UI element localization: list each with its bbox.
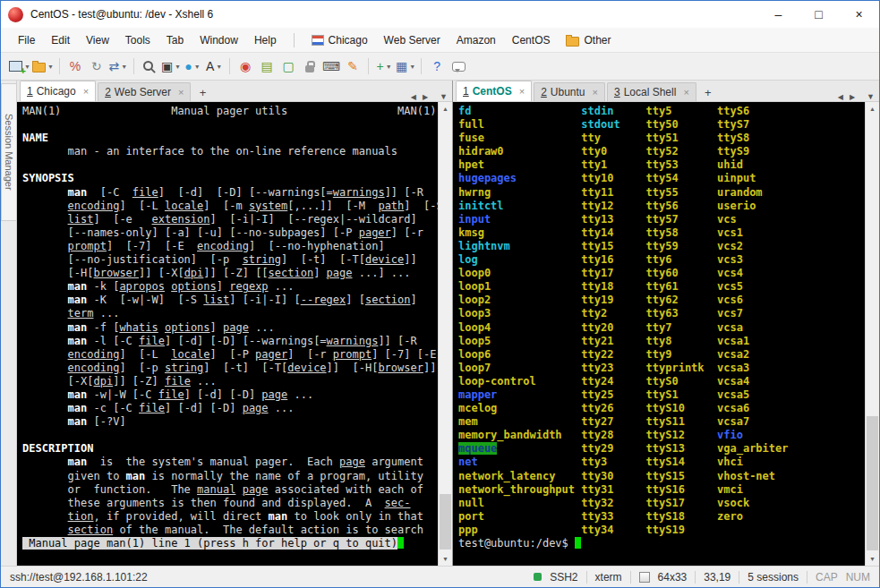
menu-window[interactable]: Window: [192, 30, 246, 51]
tab-number: 1: [463, 85, 469, 98]
maximize-button[interactable]: □: [799, 1, 839, 28]
quick-link-centos[interactable]: CentOS: [504, 30, 559, 50]
pager-status-text: Manual page man(1) line 1 (press h for h…: [22, 537, 397, 550]
menu-edit[interactable]: Edit: [43, 30, 78, 51]
zmodem-button[interactable]: ▤: [257, 55, 277, 77]
web-button[interactable]: ●▼: [183, 55, 202, 77]
left-tabbar: 1Chicago×2Web Server× + ◀ ▶ ▼: [17, 81, 452, 102]
compose-button[interactable]: ✎: [343, 55, 363, 77]
new-session-button[interactable]: ▼: [9, 55, 30, 77]
left-scrollbar[interactable]: ▲ ▼: [438, 102, 452, 566]
menu-help[interactable]: Help: [246, 30, 285, 51]
terminal-line: [--names-only] [-a] [-u] [--no-subpages]…: [22, 226, 438, 240]
minimize-button[interactable]: –: [758, 1, 799, 28]
tab-list-dropdown-icon[interactable]: ▼: [867, 92, 875, 101]
menu-tab[interactable]: Tab: [158, 30, 192, 51]
quick-link-amazon[interactable]: Amazon: [449, 30, 504, 50]
terminal-line: hugepages tty10 tty54 uinput: [458, 172, 865, 185]
terminal-line: network_latency tty30 ttyS15 vhost-net: [458, 470, 865, 483]
tab-scroll-right-icon[interactable]: ▶: [850, 93, 855, 101]
terminal-line: MAN(1) Manual pager utils MAN(1): [22, 105, 438, 118]
menu-file[interactable]: File: [10, 30, 43, 51]
titlebar: CentOS - test@ubuntu: /dev - Xshell 6 – …: [1, 1, 879, 28]
right-scroll-track[interactable]: [866, 115, 879, 552]
cursor-position-label: 33,19: [704, 571, 730, 584]
message-button[interactable]: [449, 55, 468, 77]
menu-view[interactable]: View: [78, 30, 117, 51]
terminal-line: hidraw0 tty0 tty52 ttyS9: [458, 145, 865, 158]
disconnect-button[interactable]: %: [65, 55, 85, 77]
left-scroll-track[interactable]: [439, 115, 452, 552]
tab-close-icon[interactable]: ×: [83, 87, 89, 97]
left-terminal[interactable]: MAN(1) Manual pager utils MAN(1) NAME ma…: [17, 102, 438, 566]
terminal-line: man is the system's manual pager. Each p…: [22, 456, 438, 469]
tab-right-centos[interactable]: 1CentOS×: [456, 81, 532, 101]
tab-scroll-left-icon[interactable]: ◀: [838, 93, 843, 101]
scroll-up-icon[interactable]: ▲: [439, 102, 452, 115]
open-session-button[interactable]: ▼: [32, 55, 54, 77]
new-file-button[interactable]: +▼: [374, 55, 394, 77]
terminal-line: kmsg tty14 tty58 vcs1: [458, 226, 865, 240]
right-scrollbar[interactable]: ▲ ▼: [865, 102, 879, 566]
pager-status-line: Manual page man(1) line 1 (press h for h…: [22, 537, 438, 550]
new-terminal-button[interactable]: ▣▼: [161, 55, 181, 77]
terminal-line: loop6 tty22 tty9 vcsa2: [458, 348, 865, 362]
chevron-down-icon: ▼: [216, 64, 222, 70]
font-color-button[interactable]: A▼: [204, 55, 224, 77]
right-scroll-thumb[interactable]: [867, 416, 878, 550]
app-icon: [8, 7, 23, 22]
num-lock-indicator: NUM: [846, 571, 870, 584]
scroll-down-icon[interactable]: ▼: [866, 552, 879, 566]
terminal-line: [22, 158, 438, 172]
help-button[interactable]: ?: [427, 55, 447, 77]
terminal-line: fd stdin tty5 ttyS6: [458, 105, 865, 118]
menu-tools[interactable]: Tools: [117, 30, 158, 51]
find-button[interactable]: [140, 55, 159, 77]
terminal-line: ppp tty34 ttyS19: [458, 524, 865, 537]
tab-left-chicago[interactable]: 1Chicago×: [20, 81, 96, 101]
terminal-line: mapper tty25 ttyS1 vcsa5: [458, 388, 865, 402]
fullscreen-button[interactable]: ▢: [278, 55, 298, 77]
terminal-line: man [-?V]: [22, 415, 438, 429]
tab-scroll-right-icon[interactable]: ▶: [423, 93, 428, 101]
record-button[interactable]: ◉: [235, 55, 255, 77]
session-manager-label: Session Manager: [4, 114, 14, 191]
chevron-down-icon: ▼: [409, 64, 415, 70]
left-new-tab-button[interactable]: +: [194, 84, 210, 100]
quick-links: ChicagoWeb ServerAmazonCentOSOther: [303, 30, 619, 50]
layout-button[interactable]: ▦▼: [396, 55, 415, 77]
toolbar-separator: [133, 58, 134, 74]
quick-link-web-server[interactable]: Web Server: [376, 30, 449, 50]
lock-button[interactable]: [300, 55, 320, 77]
terminal-line: section of the manual. The default actio…: [22, 524, 438, 537]
transfer-icon: ⇄: [109, 60, 120, 72]
left-scroll-thumb[interactable]: [440, 494, 451, 550]
right-terminal[interactable]: fd stdin tty5 ttyS6full stdout tty50 tty…: [453, 102, 865, 566]
tab-right-local-shell[interactable]: 3Local Shell×: [607, 82, 696, 101]
terminal-line: man -l [-C file] [-d] [-D] [--warnings[=…: [22, 335, 438, 348]
terminal-line: man -c [-C file] [-d] [-D] page ...: [22, 402, 438, 415]
tab-close-icon[interactable]: ×: [178, 88, 184, 98]
new-session-icon: [9, 61, 22, 72]
scroll-down-icon[interactable]: ▼: [439, 552, 452, 566]
quick-link-other[interactable]: Other: [558, 30, 619, 50]
right-new-tab-button[interactable]: +: [700, 84, 716, 100]
terminal-type-label: xterm: [595, 571, 622, 584]
tab-right-ubuntu[interactable]: 2Ubuntu×: [534, 82, 605, 101]
keyboard-button[interactable]: ⌨: [321, 55, 341, 77]
xshell-window: CentOS - test@ubuntu: /dev - Xshell 6 – …: [0, 0, 880, 588]
scroll-up-icon[interactable]: ▲: [866, 102, 879, 115]
tab-left-web-server[interactable]: 2Web Server×: [98, 82, 191, 101]
tab-close-icon[interactable]: ×: [519, 87, 525, 97]
close-button[interactable]: ×: [839, 1, 879, 28]
terminal-line: loop4 tty20 tty7 vcsa: [458, 321, 865, 335]
session-manager-tab[interactable]: Session Manager: [1, 83, 17, 221]
tab-scroll-left-icon[interactable]: ◀: [411, 93, 416, 101]
tab-close-icon[interactable]: ×: [683, 88, 688, 98]
new-terminal-icon: ▣: [161, 60, 173, 72]
reconnect-button[interactable]: ↻: [87, 55, 107, 77]
tab-list-dropdown-icon[interactable]: ▼: [440, 92, 448, 101]
tab-close-icon[interactable]: ×: [593, 88, 598, 98]
transfer-button[interactable]: ⇄▼: [108, 55, 128, 77]
quick-link-chicago[interactable]: Chicago: [303, 30, 376, 50]
